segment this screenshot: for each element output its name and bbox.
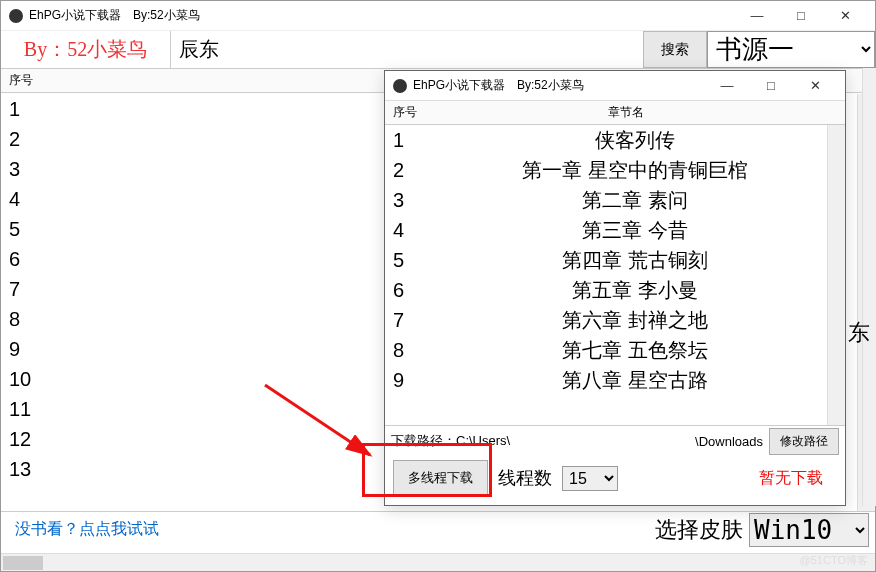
try-link[interactable]: 没书看？点点我试试 [1,519,655,540]
skin-select[interactable]: Win10 [749,513,869,547]
skin-label: 选择皮肤 [655,515,743,545]
no-download-status: 暂无下载 [759,468,823,489]
chapter-bottom-panel: 下载路径：C:\Users\ \Downloads 修改路径 多线程下载 线程数… [385,425,845,500]
row-index: 8 [1,308,61,331]
watermark: @51CTO博客 [800,553,868,568]
row-index: 11 [1,398,61,421]
close-button[interactable]: ✕ [793,72,837,100]
chapter-scrollbar-v[interactable] [827,125,845,425]
table-row[interactable]: 5第四章 荒古铜刻 [385,245,845,275]
row-index: 2 [385,159,425,182]
table-row[interactable]: 9第八章 星空古路 [385,365,845,395]
row-index: 2 [1,128,61,151]
row-index: 5 [385,249,425,272]
row-index: 1 [385,129,425,152]
row-index: 10 [1,368,61,391]
col-chaptername: 章节名 [425,101,827,124]
table-row[interactable]: 4第三章 今昔 [385,215,845,245]
footer-bar: 没书看？点点我试试 选择皮肤 Win10 [1,511,875,547]
row-chaptername: 第三章 今昔 [425,217,845,244]
change-path-button[interactable]: 修改路径 [769,428,839,455]
source-select[interactable]: 书源一 [707,31,875,68]
child-title: EhPG小说下载器 By:52小菜鸟 [413,77,705,94]
table-row[interactable]: 7第六章 封禅之地 [385,305,845,335]
row-chaptername: 侠客列传 [425,127,845,154]
thread-count-select[interactable]: 15 [562,466,618,491]
minimize-button[interactable]: — [735,2,779,30]
table-row[interactable]: 8第七章 五色祭坛 [385,335,845,365]
table-row[interactable]: 6第五章 李小曼 [385,275,845,305]
col-index: 序号 [385,101,425,124]
download-path-tail: \Downloads [695,434,763,449]
minimize-button[interactable]: — [705,72,749,100]
clipped-text: 东 [848,318,870,348]
row-index: 1 [1,98,61,121]
top-toolbar: By：52小菜鸟 搜索 书源一 [1,31,875,69]
author-label: By：52小菜鸟 [1,31,171,68]
row-index: 7 [1,278,61,301]
row-chaptername: 第六章 封禅之地 [425,307,845,334]
multithread-download-button[interactable]: 多线程下载 [393,460,488,496]
row-index: 4 [385,219,425,242]
download-row: 多线程下载 线程数 15 暂无下载 [385,456,845,500]
child-window-controls: — □ ✕ [705,72,837,100]
close-button[interactable]: ✕ [823,2,867,30]
row-index: 3 [1,158,61,181]
thread-count-label: 线程数 [498,466,552,490]
right-strip [862,68,876,506]
row-index: 12 [1,428,61,451]
chapter-table-header: 序号 章节名 [385,101,845,125]
row-chaptername: 第二章 素问 [425,187,845,214]
main-scrollbar-h[interactable] [1,553,875,571]
row-chaptername: 第八章 星空古路 [425,367,845,394]
search-button[interactable]: 搜索 [643,31,707,68]
app-icon [9,9,23,23]
app-icon [393,79,407,93]
table-row[interactable]: 3第二章 素问 [385,185,845,215]
row-index: 4 [1,188,61,211]
chapter-list[interactable]: 1侠客列传2第一章 星空中的青铜巨棺3第二章 素问4第三章 今昔5第四章 荒古铜… [385,125,845,425]
download-path-label: 下载路径：C:\Users\ [391,432,510,450]
table-row[interactable]: 1侠客列传 [385,125,845,155]
col-index: 序号 [1,69,61,92]
row-index: 8 [385,339,425,362]
path-row: 下载路径：C:\Users\ \Downloads 修改路径 [385,426,845,456]
row-chaptername: 第七章 五色祭坛 [425,337,845,364]
child-titlebar[interactable]: EhPG小说下载器 By:52小菜鸟 — □ ✕ [385,71,845,101]
table-row[interactable]: 2第一章 星空中的青铜巨棺 [385,155,845,185]
row-index: 9 [1,338,61,361]
row-index: 13 [1,458,61,481]
row-chaptername: 第四章 荒古铜刻 [425,247,845,274]
main-titlebar[interactable]: EhPG小说下载器 By:52小菜鸟 — □ ✕ [1,1,875,31]
row-chaptername: 第五章 李小曼 [425,277,845,304]
path-masked [516,433,689,449]
row-index: 5 [1,218,61,241]
maximize-button[interactable]: □ [779,2,823,30]
main-title: EhPG小说下载器 By:52小菜鸟 [29,7,735,24]
main-window-controls: — □ ✕ [735,2,867,30]
chapter-window: EhPG小说下载器 By:52小菜鸟 — □ ✕ 序号 章节名 1侠客列传2第一… [384,70,846,506]
scroll-thumb[interactable] [3,556,43,570]
row-index: 6 [1,248,61,271]
search-input[interactable] [171,31,643,68]
row-index: 9 [385,369,425,392]
row-index: 7 [385,309,425,332]
row-index: 6 [385,279,425,302]
row-index: 3 [385,189,425,212]
maximize-button[interactable]: □ [749,72,793,100]
row-chaptername: 第一章 星空中的青铜巨棺 [425,157,845,184]
